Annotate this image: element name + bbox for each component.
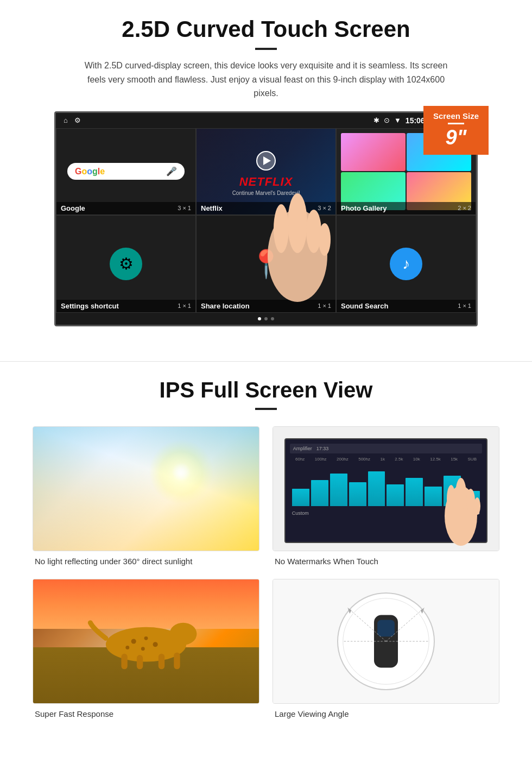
google-label: Google 3 × 1 — [56, 202, 195, 215]
amp-title: Amplifier — [293, 446, 312, 451]
google-logo: Google — [75, 167, 105, 176]
svg-point-4 — [319, 223, 331, 256]
feature-car: Large Viewing Angle — [273, 579, 499, 718]
svg-rect-15 — [174, 652, 180, 669]
feature-sunlight-image — [33, 426, 259, 551]
status-time: 15:06 — [406, 116, 425, 125]
svg-point-3 — [306, 210, 321, 253]
svg-point-18 — [153, 642, 158, 647]
mic-icon: 🎤 — [166, 166, 177, 176]
usb-icon: ⚙ — [74, 116, 81, 124]
sound-app-size: 1 × 1 — [458, 302, 471, 309]
svg-marker-29 — [420, 608, 424, 614]
screen-mockup-container: Screen Size 9" ⌂ ⚙ ✱ ⊙ ▼ 15:06 ⊡ ◁) ⊠ — [54, 111, 478, 326]
svg-rect-23 — [377, 620, 395, 636]
amp-bar-2 — [311, 480, 328, 506]
google-app-name: Google — [61, 204, 85, 212]
status-bar: ⌂ ⚙ ✱ ⊙ ▼ 15:06 ⊡ ◁) ⊠ ▭ — [56, 113, 476, 128]
amp-hand-container — [439, 478, 483, 551]
location-icon: ⊙ — [384, 116, 390, 124]
badge-size: 9" — [432, 127, 480, 149]
settings-icon: ⚙ — [110, 248, 142, 280]
amplifier-bg: Amplifier 17:33 60hz100hz200hz500hz1k2.5… — [273, 427, 499, 551]
car-bg — [273, 579, 499, 703]
cheetah-svg — [78, 610, 214, 672]
app-grid-bottom: ⚙ Settings shortcut 1 × 1 📍 — [56, 215, 476, 313]
section2-divider — [255, 408, 277, 410]
dot-2 — [264, 317, 268, 320]
netflix-subtitle: Continue Marvel's Daredevil — [232, 190, 300, 196]
netflix-logo: NETFLIX — [232, 175, 300, 189]
svg-rect-12 — [121, 654, 127, 670]
netflix-app-size: 3 × 2 — [318, 205, 331, 211]
sunlight-overlay — [33, 427, 259, 551]
settings-label: Settings shortcut 1 × 1 — [56, 300, 195, 312]
section-curved-screen: 2.5D Curved Touch Screen With 2.5D curve… — [0, 0, 532, 339]
svg-rect-13 — [137, 655, 143, 669]
settings-app-cell[interactable]: ⚙ Settings shortcut 1 × 1 — [56, 215, 196, 313]
settings-app-size: 1 × 1 — [178, 302, 191, 309]
sound-label: Sound Search 1 × 1 — [337, 300, 476, 312]
share-app-size: 1 × 1 — [318, 302, 331, 309]
amp-bar-7 — [406, 478, 423, 506]
section1-description: With 2.5D curved-display screen, this de… — [76, 59, 456, 100]
feature-amplifier-label: No Watermarks When Touch — [273, 557, 499, 566]
section1-divider — [255, 48, 277, 50]
sunlight-bg — [33, 427, 259, 551]
android-screen: ⌂ ⚙ ✱ ⊙ ▼ 15:06 ⊡ ◁) ⊠ ▭ — [54, 111, 478, 326]
share-label: Share location 1 × 1 — [197, 300, 335, 312]
svg-point-16 — [131, 639, 136, 644]
section-ips: IPS Full Screen View No light reflecting… — [0, 362, 532, 735]
sound-search-cell[interactable]: ♪ Sound Search 1 × 1 — [336, 215, 476, 313]
car-diagram-svg — [338, 587, 434, 696]
svg-point-19 — [141, 647, 145, 651]
amp-freq-labels: 60hz100hz200hz500hz1k2.5k10k12.5k15kSUB — [290, 457, 482, 463]
feature-car-image — [273, 579, 499, 704]
netflix-app-name: Netflix — [201, 204, 223, 212]
svg-rect-14 — [159, 654, 164, 670]
amp-bar-3 — [330, 474, 347, 506]
amp-custom: Custom — [292, 510, 309, 516]
svg-point-20 — [125, 646, 129, 649]
svg-point-11 — [169, 623, 197, 645]
amp-hand-svg — [439, 478, 483, 548]
feature-cheetah-label: Super Fast Response — [33, 709, 259, 718]
play-triangle-icon — [263, 156, 271, 165]
home-icon: ⌂ — [64, 116, 68, 124]
status-bar-left: ⌂ ⚙ — [64, 116, 81, 124]
app-grid: Google 🎤 Google 3 × 1 — [56, 128, 476, 215]
feature-car-label: Large Viewing Angle — [273, 709, 499, 718]
svg-point-8 — [466, 489, 475, 513]
cheetah-silhouette — [78, 610, 214, 672]
google-app-size: 3 × 1 — [178, 205, 191, 211]
section1-title: 2.5D Curved Touch Screen — [33, 16, 499, 42]
feature-amplifier-image: Amplifier 17:33 60hz100hz200hz500hz1k2.5… — [273, 426, 499, 551]
feature-sunlight-label: No light reflecting under 360° direct su… — [33, 557, 259, 566]
amp-bar-6 — [387, 484, 404, 506]
gallery-thumb-1 — [341, 133, 406, 171]
netflix-app-cell[interactable]: NETFLIX Continue Marvel's Daredevil Netf… — [196, 128, 336, 215]
feature-cheetah: Super Fast Response — [33, 579, 259, 718]
netflix-play-button[interactable] — [256, 151, 276, 171]
svg-point-9 — [474, 497, 480, 515]
maps-icon: 📍 — [249, 248, 283, 280]
netflix-content: NETFLIX Continue Marvel's Daredevil — [227, 141, 306, 201]
share-location-cell[interactable]: 📍 Share location 1 × 1 — [196, 215, 336, 313]
gallery-app-size: 2 × 2 — [458, 205, 471, 211]
wifi-icon: ▼ — [394, 116, 401, 124]
google-search-bar[interactable]: Google 🎤 — [67, 163, 185, 180]
amp-topbar: Amplifier 17:33 — [290, 444, 482, 453]
dot-3 — [271, 317, 274, 320]
google-app-cell[interactable]: Google 🎤 Google 3 × 1 — [56, 128, 196, 215]
badge-title: Screen Size — [432, 111, 480, 121]
svg-point-17 — [144, 636, 148, 640]
features-grid: No light reflecting under 360° direct su… — [33, 426, 499, 718]
car-circle — [337, 592, 435, 690]
bluetooth-icon: ✱ — [373, 116, 379, 124]
feature-sunlight: No light reflecting under 360° direct su… — [33, 426, 259, 566]
svg-marker-28 — [348, 608, 352, 614]
share-app-name: Share location — [201, 302, 250, 310]
netflix-label: Netflix 3 × 2 — [197, 202, 335, 215]
dot-indicators — [56, 313, 476, 325]
gallery-label: Photo Gallery 2 × 2 — [337, 202, 476, 215]
